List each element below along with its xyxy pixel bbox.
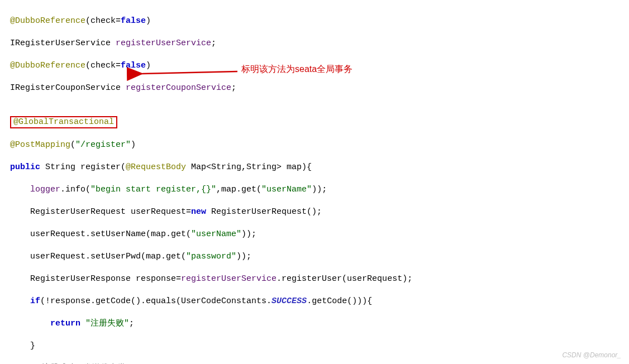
code-line-9: logger.info("begin start register,{}",ma… (10, 184, 619, 195)
watermark: CSDN @Demonor_ (562, 349, 621, 361)
code-line-4: IRegisterCouponService registerCouponSer… (10, 83, 619, 94)
code-line-15: return "注册失败"; (10, 318, 619, 329)
code-line-1: @DubboReference(check=false) (10, 16, 619, 27)
code-block: @DubboReference(check=false) IRegisterUs… (0, 0, 629, 364)
annotation-text: 标明该方法为seata全局事务 (241, 64, 352, 75)
code-line-11: userRequest.setUserName(map.get("userNam… (10, 229, 619, 240)
code-line-6: @GlobalTransactional (10, 116, 619, 128)
code-line-16: } (10, 341, 619, 352)
global-transactional-annotation: @GlobalTransactional (10, 116, 117, 128)
code-line-12: userRequest.setUserPwd(map.get("password… (10, 251, 619, 262)
code-line-7: @PostMapping("/register") (10, 140, 619, 151)
code-line-2: IRegisterUserService registerUserService… (10, 38, 619, 49)
code-line-14: if(!response.getCode().equals(UserCodeCo… (10, 296, 619, 307)
code-line-10: RegisterUserRequest userRequest=new Regi… (10, 207, 619, 218)
code-line-13: RegisterUserResponse response=registerUs… (10, 274, 619, 285)
code-line-8: public String register(@RequestBody Map<… (10, 162, 619, 173)
